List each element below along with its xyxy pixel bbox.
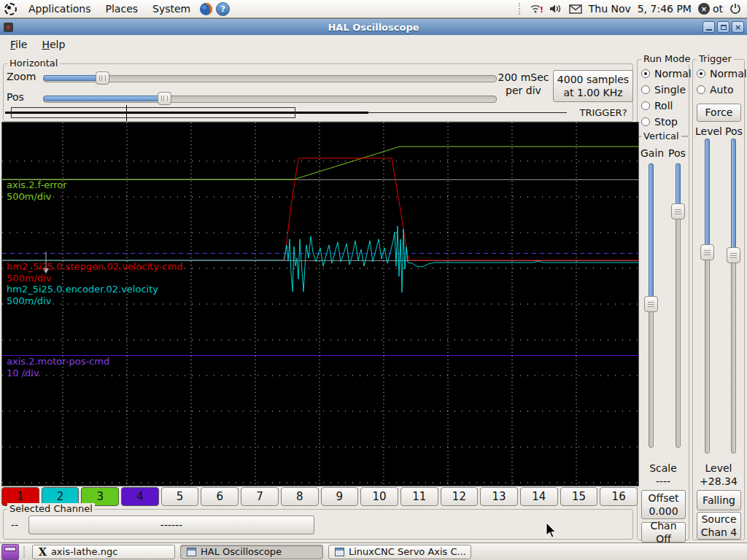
selected-channel-name-button[interactable]: ------ [28,516,314,534]
show-desktop-button[interactable] [1,544,19,560]
channel-signal-name: axis.2.f-error [7,179,67,191]
vertical-scale-value: ---- [638,475,689,487]
radio-icon [641,101,650,110]
run-mode-frame-label: Run Mode [641,53,692,64]
power-icon[interactable] [729,3,741,15]
record-view-window [11,107,295,118]
scope-label-channel-4: axis.2.motor-pos-cmd10 /div [7,356,109,379]
zoom-slider-label: Zoom [7,71,36,82]
trigger-pos-slider-fill [731,139,736,255]
radio-icon [697,69,705,78]
trigger-level-slider-label: Level [695,125,722,137]
taskbar-window-hal-oscilloscope[interactable]: HAL Oscilloscope [180,545,323,559]
channel-8-button[interactable]: 8 [281,487,319,506]
session-close-icon: × [698,3,710,15]
user-session-badge[interactable]: × ot [698,3,723,15]
trigger-pos-slider-handle[interactable] [727,247,740,263]
panel-drag-handle[interactable] [519,3,523,15]
menu-applications[interactable]: Applications [23,1,97,16]
window-icon [335,548,344,556]
channel-6-button[interactable]: 6 [201,487,239,506]
run-mode-roll-radio[interactable]: Roll [638,98,689,114]
selected-channel-frame: Selected Channel -- ------ [3,509,633,540]
offset-button[interactable]: Offset0.000 [641,490,686,519]
window-titlebar[interactable]: HAL Oscilloscope × [0,19,747,35]
channel-scale: 10 /div [7,368,109,379]
zoom-slider-track[interactable] [43,75,497,82]
run-mode-single-radio[interactable]: Single [638,82,689,98]
selected-channel-frame-label: Selected Channel [7,503,95,514]
channel-12-button[interactable]: 12 [441,487,479,506]
volume-icon[interactable] [549,4,562,14]
menu-places[interactable]: Places [100,1,144,16]
panel-clock[interactable]: Thu Nov 5, 7:46 PM [589,3,692,15]
channel-5-button[interactable]: 5 [161,487,199,506]
trigger-mode-auto-radio[interactable]: Auto [693,82,744,98]
channel-7-button[interactable]: 7 [241,487,279,506]
channel-13-button[interactable]: 13 [480,487,518,506]
channel-scale: 500m/div [7,191,67,203]
channel-9-button[interactable]: 9 [321,487,359,506]
channel-scale: 500m/div [7,273,182,284]
menu-file[interactable]: File [3,36,34,52]
force-trigger-button[interactable]: Force [697,104,741,122]
zoom-slider-handle[interactable] [96,71,109,85]
vertical-gain-slider-handle[interactable] [644,296,658,312]
network-wifi-icon[interactable]: ! [530,3,543,15]
trigger-mode-normal-radio[interactable]: Normal [693,66,744,82]
selected-channel-number: -- [11,519,18,531]
scope-label-channel-3: axis.2.f-error500m/div [7,179,67,203]
channel-16-button[interactable]: 16 [600,487,638,506]
chan-off-button[interactable]: Chan Off [641,522,686,542]
trigger-level-value: +28.34 [693,475,744,487]
distro-logo-icon[interactable] [4,3,17,15]
taskbar-window-linuxcnc-servo-axis-c-[interactable]: LinuxCNC Servo Axis C... [328,545,471,559]
scope-display[interactable]: axis.2.f-error500m/divhm2_5i25.0.stepgen… [1,122,639,486]
radio-label: Roll [654,100,673,112]
record-trigger-tick [126,105,127,121]
trigger-level-caption: Level [693,462,744,474]
channel-4-button[interactable]: 4 [121,487,159,506]
run-mode-frame: Run Mode NormalSingleRollStop [637,59,689,136]
vertical-pos-slider-label: Pos [668,147,686,159]
vertical-gain-slider-fill [649,163,654,304]
channel-10-button[interactable]: 10 [360,487,398,506]
channel-11-button[interactable]: 11 [400,487,438,506]
samples-rate-button[interactable]: 4000 samplesat 1.00 KHz [553,70,633,102]
radio-label: Stop [654,116,678,128]
record-position-bar [5,105,568,121]
menu-help[interactable]: Help [34,36,72,52]
taskbar-window-title: LinuxCNC Servo Axis C... [349,546,466,557]
help-launcher-icon[interactable]: ? [216,2,230,16]
run-mode-normal-radio[interactable]: Normal [638,66,689,82]
desktop-screen: Applications Places System ? ! Thu Nov 5… [0,0,747,560]
window-icon [187,548,196,556]
radio-icon [641,117,650,126]
trigger-edge-button[interactable]: Falling [697,490,741,510]
menu-system[interactable]: System [147,1,196,16]
taskbar-window-title: HAL Oscilloscope [201,546,282,557]
trace-axis.2.f-error [2,147,639,179]
vertical-pos-slider-handle[interactable] [671,203,685,219]
run-mode-stop-radio[interactable]: Stop [638,114,689,130]
trigger-source-button[interactable]: SourceChan 4 [697,512,741,540]
window-title: HAL Oscilloscope [0,22,747,33]
radio-label: Auto [710,84,734,96]
firefox-launcher-icon[interactable] [199,2,213,16]
radio-label: Normal [654,68,692,79]
channel-signal-name: hm2_5i25.0.encoder.02.velocity [7,284,158,295]
radio-icon [641,85,650,94]
taskbar: Xaxis-lathe.ngcHAL OscilloscopeLinuxCNC … [0,542,747,560]
trigger-level-slider-handle[interactable] [700,244,714,260]
pos-slider-handle[interactable] [158,92,171,105]
radio-label: Normal [710,68,747,79]
mouse-cursor [546,522,557,540]
taskbar-window-axis-lathe-ngc[interactable]: Xaxis-lathe.ngc [32,545,175,559]
radio-icon [697,85,705,94]
channel-15-button[interactable]: 15 [560,487,598,506]
pos-slider-fill [43,96,167,101]
scope-label-channel-1: hm2_5i25.0.stepgen.02.velocity-cmd500m/d… [7,261,182,284]
mail-icon[interactable] [569,4,582,14]
channel-14-button[interactable]: 14 [520,487,558,506]
hal-oscilloscope-window: HAL Oscilloscope × File Help Horizontal … [0,18,747,541]
